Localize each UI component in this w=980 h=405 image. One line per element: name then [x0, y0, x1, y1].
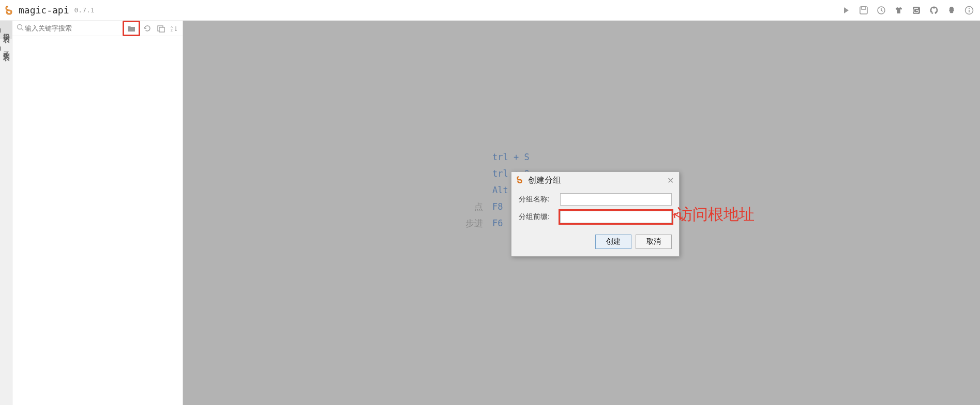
app-header: magic-api 0.7.1	[0, 0, 980, 21]
header-right	[840, 5, 975, 16]
svg-point-7	[18, 25, 22, 29]
qq-icon[interactable]	[946, 5, 957, 16]
tab-api-list-label: 接口列表	[2, 28, 11, 32]
create-button[interactable]: 创建	[595, 235, 631, 249]
annotation-text: 访问根地址	[677, 204, 755, 225]
svg-point-5	[969, 8, 970, 9]
svg-rect-1	[862, 7, 866, 9]
dialog-titlebar: 创建分组 ✕	[511, 172, 679, 189]
sidebar: AZ	[12, 21, 183, 405]
history-icon[interactable]	[876, 5, 887, 16]
dialog-actions: 创建 取消	[511, 235, 679, 256]
svg-text:Z: Z	[171, 29, 173, 32]
refresh-button[interactable]	[141, 22, 154, 35]
editor-area: trl + S trl + Q Alt + / 点 F8 步进 F6	[183, 21, 980, 405]
form-row-prefix: 分组前缀:	[519, 211, 672, 223]
shortcut-key: F8	[492, 198, 503, 215]
dialog-logo-icon	[517, 176, 525, 186]
svg-text:A: A	[171, 25, 173, 28]
dialog-title-left: 创建分组	[517, 175, 561, 186]
dialog-close-button[interactable]: ✕	[667, 176, 674, 185]
sidebar-tree	[12, 36, 183, 405]
form-row-name: 分组名称:	[519, 193, 672, 206]
collapse-button[interactable]	[155, 22, 167, 35]
run-icon[interactable]	[840, 5, 852, 16]
gitee-icon[interactable]	[911, 5, 922, 16]
svg-rect-0	[860, 7, 867, 14]
tab-function-list[interactable]: 函数列表	[0, 39, 12, 57]
shortcut-label: 点	[452, 198, 483, 215]
sidebar-toolbar: AZ	[12, 21, 183, 36]
left-vertical-tabs: 接口列表 函数列表	[0, 21, 12, 405]
main-layout: 接口列表 函数列表	[0, 21, 980, 405]
app-version: 0.7.1	[74, 6, 95, 14]
group-prefix-label: 分组前缀:	[519, 212, 560, 222]
shortcut-label	[452, 149, 483, 165]
search-icon	[17, 24, 24, 33]
folder-icon	[0, 45, 2, 53]
shirt-icon[interactable]	[893, 5, 904, 16]
svg-rect-6	[969, 10, 970, 12]
sort-button[interactable]: AZ	[168, 22, 180, 35]
tab-function-list-label: 函数列表	[2, 46, 11, 50]
svg-rect-10	[159, 27, 164, 32]
app-logo-icon	[5, 5, 16, 15]
new-folder-button[interactable]	[123, 21, 140, 36]
dialog-body: 分组名称: 分组前缀:	[511, 189, 679, 235]
svg-line-8	[22, 29, 24, 31]
create-group-dialog: 创建分组 ✕ 分组名称: 分组前缀: 创建 取消	[511, 172, 680, 257]
shortcut-key: F6	[492, 215, 503, 231]
shortcut-label	[452, 165, 483, 182]
app-title: magic-api	[19, 5, 69, 15]
annotation-label: 访问根地址	[677, 204, 755, 225]
shortcut-label	[452, 182, 483, 198]
github-icon[interactable]	[928, 5, 940, 16]
save-icon[interactable]	[858, 5, 869, 16]
folder-icon	[0, 27, 2, 35]
search-wrap	[14, 24, 122, 33]
group-name-input[interactable]	[560, 193, 672, 206]
dialog-title-text: 创建分组	[528, 175, 561, 186]
shortcut-label: 步进	[452, 215, 483, 231]
cancel-button[interactable]: 取消	[636, 235, 672, 249]
search-input[interactable]	[25, 24, 119, 32]
header-left: magic-api 0.7.1	[5, 5, 95, 15]
shortcut-key: trl + S	[492, 149, 530, 165]
tab-api-list[interactable]: 接口列表	[0, 21, 12, 39]
info-icon[interactable]	[963, 5, 975, 16]
shortcut-row: trl + S	[452, 149, 530, 165]
group-prefix-input[interactable]	[560, 211, 672, 223]
group-name-label: 分组名称:	[519, 195, 560, 204]
